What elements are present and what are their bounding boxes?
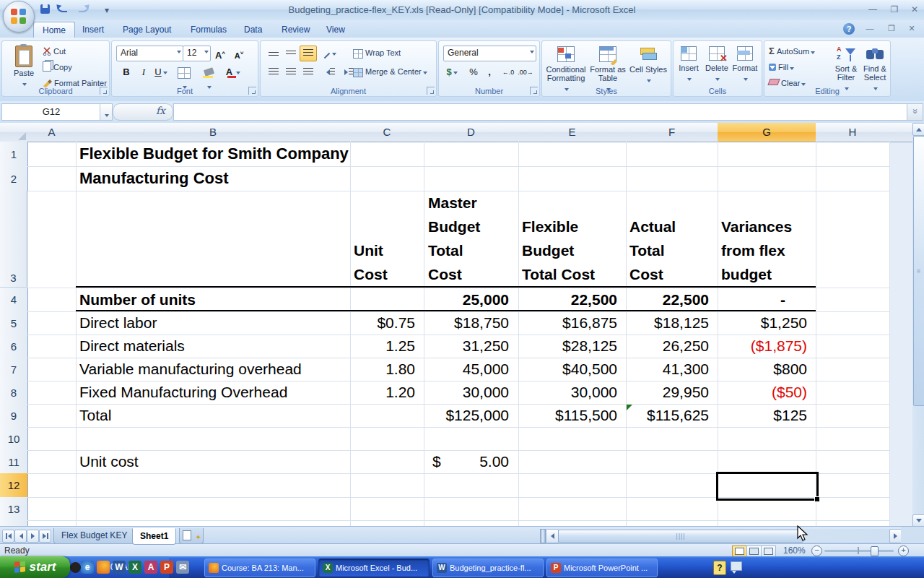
workbook-restore-button[interactable]: ❐ xyxy=(882,23,901,34)
formula-input[interactable] xyxy=(173,103,910,121)
zoom-slider-thumb[interactable] xyxy=(871,546,879,556)
cell-f5[interactable]: $18,125 xyxy=(627,311,709,335)
name-box-arrow[interactable] xyxy=(100,103,113,121)
cell-g6[interactable]: ($1,875) xyxy=(719,335,807,358)
column-header-h[interactable]: H xyxy=(816,123,890,142)
cell-f9[interactable]: $115,625 xyxy=(627,404,709,427)
fill-color-button[interactable] xyxy=(200,64,217,80)
cell-d8[interactable]: 30,000 xyxy=(425,381,509,404)
task-excel[interactable]: X Microsoft Excel - Bud... xyxy=(318,558,430,577)
align-middle-button[interactable] xyxy=(282,46,300,61)
format-cells-button[interactable]: Format xyxy=(731,44,759,92)
number-dialog-launcher[interactable] xyxy=(530,87,538,95)
row-header-10[interactable]: 10 xyxy=(0,427,28,451)
internet-explorer-icon[interactable]: e xyxy=(81,561,94,574)
row-header-13[interactable]: 13 xyxy=(0,497,28,521)
sort-filter-button[interactable]: A Z Sort & Filter xyxy=(831,44,861,92)
access-icon[interactable]: A xyxy=(144,561,157,574)
decrease-indent-button[interactable] xyxy=(321,64,339,80)
cell-b4[interactable]: Number of units xyxy=(79,288,196,311)
wrap-text-button[interactable]: Wrap Text xyxy=(353,46,401,60)
cell-d4[interactable]: 25,000 xyxy=(425,288,509,311)
conditional-formatting-button[interactable]: Conditional Formatting xyxy=(544,44,588,92)
copy-button[interactable]: Copy xyxy=(43,60,72,74)
cell-f8[interactable]: 29,950 xyxy=(627,381,709,404)
column-header-c[interactable]: C xyxy=(350,123,424,142)
cell-e3[interactable]: Flexible Budget Total Cost xyxy=(522,215,595,286)
cell-b5[interactable]: Direct labor xyxy=(79,311,157,335)
cell-b1[interactable]: Flexible Budget for Smith Company xyxy=(79,142,349,166)
insert-cells-button[interactable]: Insert xyxy=(675,44,702,92)
name-box[interactable]: G12 xyxy=(1,103,101,121)
row-header-4[interactable]: 4 xyxy=(0,288,28,312)
align-center-button[interactable] xyxy=(282,64,300,80)
row-header-12[interactable]: 12 xyxy=(0,473,28,498)
underline-button[interactable]: U xyxy=(152,64,170,80)
cell-e7[interactable]: $40,500 xyxy=(520,358,617,381)
bold-button[interactable]: B xyxy=(118,64,135,80)
cell-b9[interactable]: Total xyxy=(79,404,111,427)
align-left-button[interactable] xyxy=(265,64,282,80)
font-family-select[interactable]: Arial xyxy=(116,46,183,61)
comma-style-button[interactable]: , xyxy=(481,64,498,80)
alignment-dialog-launcher[interactable] xyxy=(427,87,435,95)
minimize-button[interactable]: — xyxy=(863,4,882,15)
page-break-view-button[interactable] xyxy=(761,545,776,557)
help-tray-icon[interactable]: ? xyxy=(713,561,726,575)
row-header-6[interactable]: 6 xyxy=(0,335,28,358)
powerpoint-icon[interactable]: P xyxy=(160,561,173,574)
row-header-1[interactable]: 1 xyxy=(0,142,28,167)
previous-sheet-button[interactable] xyxy=(14,530,27,543)
select-all-corner[interactable] xyxy=(0,123,28,142)
cell-b6[interactable]: Direct materials xyxy=(79,335,185,358)
horizontal-scroll-thumb[interactable]: |||| xyxy=(558,530,803,543)
format-as-table-button[interactable]: Format as Table xyxy=(588,44,627,92)
column-header-f[interactable]: F xyxy=(626,123,718,142)
tab-page-layout[interactable]: Page Layout xyxy=(114,22,180,38)
vertical-scroll-thumb[interactable]: ≡ xyxy=(913,136,924,406)
task-powerpoint[interactable]: P Microsoft PowerPoint ... xyxy=(546,558,658,577)
cell-c7[interactable]: 1.80 xyxy=(352,358,415,381)
cell-f4[interactable]: 22,500 xyxy=(627,288,709,311)
cell-g5[interactable]: $1,250 xyxy=(719,311,807,335)
cell-e5[interactable]: $16,875 xyxy=(520,311,617,335)
cell-c8[interactable]: 1.20 xyxy=(352,381,415,404)
normal-view-button[interactable] xyxy=(732,545,747,557)
cell-g4[interactable]: - xyxy=(719,288,807,311)
office-button[interactable] xyxy=(3,1,35,33)
tab-view[interactable]: View xyxy=(318,22,354,38)
italic-button[interactable]: I xyxy=(135,64,152,80)
page-layout-view-button[interactable] xyxy=(746,545,762,557)
merge-center-button[interactable]: Merge & Center xyxy=(353,64,427,79)
increase-decimal-button[interactable]: ←.0 xyxy=(500,64,517,80)
column-header-b[interactable]: B xyxy=(76,123,351,142)
tab-split-handle[interactable] xyxy=(540,529,546,543)
orientation-button[interactable] xyxy=(321,46,339,61)
delete-cells-button[interactable]: ✕ Delete xyxy=(703,44,731,92)
cell-d9[interactable]: $125,000 xyxy=(425,404,509,427)
last-sheet-button[interactable] xyxy=(39,530,51,543)
cell-f7[interactable]: 41,300 xyxy=(627,358,709,381)
outlook-express-icon[interactable]: ✉ xyxy=(176,561,189,574)
cell-f3[interactable]: Actual Total Cost xyxy=(629,215,676,286)
cell-d7[interactable]: 45,000 xyxy=(425,358,509,381)
row-header-3[interactable]: 3 xyxy=(0,191,27,288)
horizontal-scrollbar[interactable]: |||| xyxy=(546,529,901,542)
word-icon[interactable]: W xyxy=(113,561,126,574)
tab-insert[interactable]: Insert xyxy=(74,22,113,38)
scroll-left-button[interactable] xyxy=(546,529,559,543)
tab-data[interactable]: Data xyxy=(235,22,271,38)
expand-formula-bar-button[interactable]: » xyxy=(907,103,923,121)
cell-g3[interactable]: Variances from flex budget xyxy=(721,215,792,286)
column-header-e[interactable]: E xyxy=(518,123,627,142)
row-header-5[interactable]: 5 xyxy=(0,311,28,335)
row-header-8[interactable]: 8 xyxy=(0,381,28,405)
task-browser-course[interactable]: Course: BA 213: Man... xyxy=(204,558,315,577)
borders-button[interactable] xyxy=(175,64,193,80)
cell-e4[interactable]: 22,500 xyxy=(520,288,617,311)
tab-review[interactable]: Review xyxy=(273,22,318,38)
tray-caret-icon[interactable] xyxy=(732,571,736,576)
cell-e6[interactable]: $28,125 xyxy=(520,335,617,358)
workbook-close-button[interactable]: ✕ xyxy=(902,23,921,34)
align-top-button[interactable] xyxy=(265,46,282,61)
